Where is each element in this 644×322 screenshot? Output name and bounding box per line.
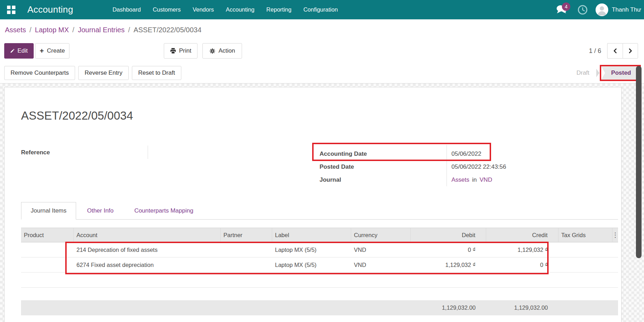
print-button-label: Print <box>179 47 192 54</box>
statusbar: Remove Counterparts Reverse Entry Reset … <box>0 62 644 83</box>
chevron-left-icon <box>612 48 618 54</box>
total-debit: 1,129,032.00 <box>411 300 486 315</box>
breadcrumb-current: ASSET/2022/05/0034 <box>134 26 201 34</box>
journal-assets-link[interactable]: Assets <box>451 176 469 183</box>
breadcrumb-laptop-mx[interactable]: Laptop MX <box>35 26 69 34</box>
notebook-tabs: Journal Items Other Info Counterparts Ma… <box>21 202 618 220</box>
chevron-right-icon <box>628 48 633 54</box>
table-row[interactable]: 214 Deprecation of fixed assets Laptop M… <box>21 242 618 257</box>
printer-icon <box>170 48 176 54</box>
journal-currency-link[interactable]: VND <box>479 176 492 183</box>
breadcrumb-journal-entries[interactable]: Journal Entries <box>78 26 125 34</box>
col-partner[interactable]: Partner <box>221 228 272 242</box>
status-draft[interactable]: Draft <box>569 69 596 76</box>
record-title: ASSET/2022/05/0034 <box>21 109 133 122</box>
cell-label: Laptop MX (5/5) <box>272 257 351 272</box>
cell-partner <box>221 242 272 257</box>
accounting-date-row: Accounting Date 05/06/2022 <box>320 147 565 160</box>
top-navbar: Accounting Dashboard Customers Vendors A… <box>0 0 644 20</box>
col-account[interactable]: Account <box>74 228 221 242</box>
messages-badge: 4 <box>562 2 570 11</box>
cell-credit: 0 ₫ <box>486 257 558 272</box>
menu-customers[interactable]: Customers <box>153 6 181 13</box>
reset-to-draft-button[interactable]: Reset to Draft <box>132 66 181 80</box>
cell-currency: VND <box>351 242 411 257</box>
col-tax-grids[interactable]: Tax Grids <box>558 228 612 242</box>
cell-partner <box>221 257 272 272</box>
col-debit[interactable]: Debit <box>411 228 486 242</box>
form-view-background: ASSET/2022/05/0034 Reference Accounting … <box>0 83 644 322</box>
tab-journal-items[interactable]: Journal Items <box>21 202 76 220</box>
cell-account: 6274 Fixed asset depreciation <box>74 257 221 272</box>
cell-credit: 1,129,032 ₫ <box>486 242 558 257</box>
remove-counterparts-button[interactable]: Remove Counterparts <box>4 66 75 80</box>
field-separator-right <box>447 145 447 186</box>
menu-vendors[interactable]: Vendors <box>193 6 214 13</box>
right-field-group: Accounting Date 05/06/2022 Posted Date 0… <box>320 147 565 186</box>
control-panel: Edit + Create Print A <box>0 40 644 62</box>
user-name[interactable]: Thanh Thư <box>612 6 641 13</box>
app-title[interactable]: Accounting <box>27 4 73 15</box>
status-steps: Draft Posted <box>569 66 641 80</box>
column-options-icon[interactable]: ⋮ <box>612 228 618 242</box>
journal-label: Journal <box>320 176 447 183</box>
status-posted[interactable]: Posted <box>611 69 631 76</box>
reference-label: Reference <box>21 149 50 156</box>
apps-grid-icon[interactable] <box>7 6 15 14</box>
messages-icon[interactable]: 4 <box>556 4 572 16</box>
annotation-posted-highlight: Posted <box>600 65 641 81</box>
edit-button[interactable]: Edit <box>4 43 34 59</box>
cell-tax-grids <box>558 242 612 257</box>
posted-date-label: Posted Date <box>320 163 447 170</box>
reverse-entry-button[interactable]: Reverse Entry <box>78 66 129 80</box>
breadcrumb-separator: / <box>29 26 32 34</box>
record-sheet: ASSET/2022/05/0034 Reference Accounting … <box>4 87 622 322</box>
table-row[interactable]: 6274 Fixed asset depreciation Laptop MX … <box>21 257 618 273</box>
posted-date-value: 05/06/2022 22:43:56 <box>447 163 506 170</box>
cell-currency: VND <box>351 257 411 272</box>
col-product[interactable]: Product <box>21 228 74 242</box>
pager-next-button[interactable] <box>623 43 638 59</box>
menu-configuration[interactable]: Configuration <box>303 6 338 13</box>
posted-date-row: Posted Date 05/06/2022 22:43:56 <box>320 160 565 173</box>
user-avatar[interactable] <box>596 4 608 16</box>
total-credit: 1,129,032.00 <box>486 300 558 315</box>
print-button[interactable]: Print <box>164 43 197 59</box>
cell-debit: 0 ₫ <box>411 242 486 257</box>
tab-counterparts-mapping[interactable]: Counterparts Mapping <box>127 202 201 220</box>
action-button-label: Action <box>219 47 235 54</box>
plus-icon: + <box>40 47 44 54</box>
field-separator-left <box>148 146 148 159</box>
table-header-row: Product Account Partner Label Currency D… <box>21 228 618 242</box>
create-button-label: Create <box>47 47 65 54</box>
vertical-scrollbar[interactable] <box>636 66 642 258</box>
pager-counter[interactable]: 1 / 6 <box>589 43 601 59</box>
breadcrumb-assets[interactable]: Assets <box>5 26 26 34</box>
menu-dashboard[interactable]: Dashboard <box>113 6 141 13</box>
pencil-icon <box>10 48 14 54</box>
create-button[interactable]: + Create <box>35 43 69 59</box>
col-currency[interactable]: Currency <box>351 228 411 242</box>
cell-account: 214 Deprecation of fixed assets <box>74 242 221 257</box>
action-button[interactable]: Action <box>202 43 242 59</box>
pager-previous-button[interactable] <box>607 43 623 59</box>
col-credit[interactable]: Credit <box>486 228 558 242</box>
breadcrumb: Assets / Laptop MX / Journal Entries / A… <box>0 20 644 40</box>
menu-reporting[interactable]: Reporting <box>266 6 291 13</box>
activities-clock-icon[interactable] <box>577 5 588 15</box>
journal-items-table: Product Account Partner Label Currency D… <box>21 228 618 288</box>
col-label[interactable]: Label <box>272 228 351 242</box>
cell-label: Laptop MX (5/5) <box>272 242 351 257</box>
journal-row: Journal AssetsinVND <box>320 173 565 186</box>
menu-accounting[interactable]: Accounting <box>226 6 255 13</box>
journal-value: AssetsinVND <box>447 176 492 183</box>
cell-product <box>21 257 74 272</box>
edit-button-label: Edit <box>18 47 28 54</box>
breadcrumb-separator: / <box>72 26 74 34</box>
main-menu: Dashboard Customers Vendors Accounting R… <box>113 6 338 13</box>
breadcrumb-separator: / <box>128 26 130 34</box>
accounting-date-value: 05/06/2022 <box>447 150 481 157</box>
cell-product <box>21 242 74 257</box>
tab-other-info[interactable]: Other Info <box>83 202 118 220</box>
table-row-empty[interactable] <box>21 273 618 288</box>
